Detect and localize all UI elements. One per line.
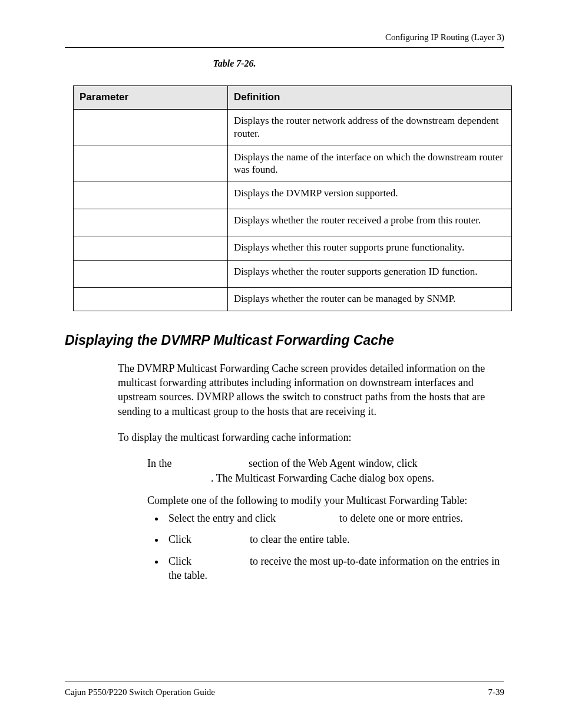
section-heading: Displaying the DVMRP Multicast Forwardin… xyxy=(65,332,504,348)
table-row: Displays whether this router supports pr… xyxy=(74,236,512,260)
cell-parameter xyxy=(74,236,228,260)
cell-definition: Displays the name of the interface on wh… xyxy=(228,146,512,182)
col-header-parameter: Parameter xyxy=(74,86,228,110)
list-text: to delete one or more entries. xyxy=(336,512,462,524)
bullet-list: Select the entry and click to delete one… xyxy=(165,511,504,582)
table-row: Displays whether the router supports gen… xyxy=(74,260,512,287)
list-text: Select the entry and click xyxy=(168,512,278,524)
step-text: section of the Web Agent window, click xyxy=(246,457,417,469)
cell-parameter xyxy=(74,182,228,209)
cell-definition: Displays whether the router received a p… xyxy=(228,209,512,236)
cell-parameter xyxy=(74,287,228,311)
step-1: In the section of the Web Agent window, … xyxy=(147,456,504,485)
step-text: Complete one of the following to modify … xyxy=(147,495,467,506)
cell-definition: Displays the DVMRP version supported. xyxy=(228,182,512,209)
cell-definition: Displays whether the router supports gen… xyxy=(228,260,512,287)
cell-parameter xyxy=(74,260,228,287)
footer-right: 7-39 xyxy=(488,687,505,697)
cell-parameter xyxy=(74,110,228,146)
table-row: Displays whether the router received a p… xyxy=(74,209,512,236)
list-item: Click to receive the most up-to-date inf… xyxy=(165,554,504,583)
cell-definition: Displays whether the router can be manag… xyxy=(228,287,512,311)
body-text: The DVMRP Multicast Forwarding Cache scr… xyxy=(118,361,504,444)
table-row: Displays the DVMRP version supported. xyxy=(74,182,512,209)
cell-definition: Displays the router network address of t… xyxy=(228,110,512,146)
page-footer: Cajun P550/P220 Switch Operation Guide 7… xyxy=(65,681,504,697)
cell-definition: Displays whether this router supports pr… xyxy=(228,236,512,260)
page: Configuring IP Routing (Layer 3) Table 7… xyxy=(0,0,562,728)
step-text: . The Multicast Forwarding Cache dialog … xyxy=(211,472,434,484)
step-2: Complete one of the following to modify … xyxy=(147,493,504,582)
paragraph: The DVMRP Multicast Forwarding Cache scr… xyxy=(118,361,504,419)
steps: In the section of the Web Agent window, … xyxy=(147,456,504,582)
footer-left: Cajun P550/P220 Switch Operation Guide xyxy=(65,687,215,697)
step-text: In the xyxy=(147,457,174,469)
cell-parameter xyxy=(74,146,228,182)
paragraph: To display the multicast forwarding cach… xyxy=(118,430,504,444)
table-caption: Table 7-26. xyxy=(65,58,504,69)
list-text: to clear the entire table. xyxy=(247,533,350,545)
running-header: Configuring IP Routing (Layer 3) xyxy=(65,32,504,42)
col-header-definition: Definition xyxy=(228,86,512,110)
parameter-table: Parameter Definition Displays the router… xyxy=(73,85,512,311)
header-rule xyxy=(65,47,504,48)
list-item: Select the entry and click to delete one… xyxy=(165,511,504,525)
table-header-row: Parameter Definition xyxy=(74,86,512,110)
cell-parameter xyxy=(74,209,228,236)
list-text: Click xyxy=(168,555,194,567)
list-text: Click xyxy=(168,533,194,545)
footer-rule xyxy=(65,681,504,681)
table-row: Displays the router network address of t… xyxy=(74,110,512,146)
table-row: Displays the name of the interface on wh… xyxy=(74,146,512,182)
step-text xyxy=(174,457,246,469)
step-text xyxy=(147,472,211,484)
list-item: Click to clear the entire table. xyxy=(165,532,504,546)
table-row: Displays whether the router can be manag… xyxy=(74,287,512,311)
